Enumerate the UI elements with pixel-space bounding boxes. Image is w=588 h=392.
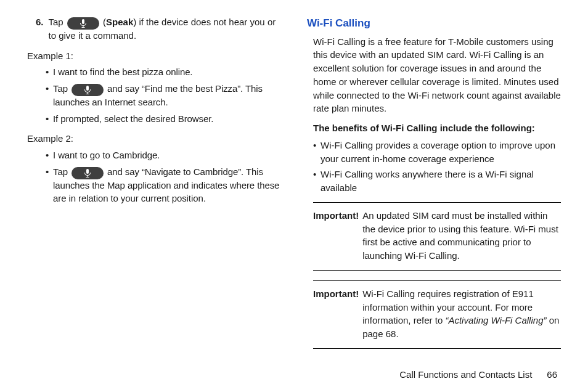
example2-list: I want to go to Cambridge. Tap and say “… bbox=[46, 149, 281, 205]
list-item: Wi-Fi Calling works anywhere there is a … bbox=[313, 168, 561, 195]
step-bold: Speak bbox=[106, 17, 133, 27]
step-number: 6. bbox=[36, 16, 44, 43]
example1-label: Example 1: bbox=[27, 50, 281, 63]
note2-ref: “Activating Wi-Fi Calling” bbox=[445, 315, 546, 325]
right-column: Wi-Fi Calling Wi-Fi Calling is a free fe… bbox=[307, 16, 561, 364]
benefits-title: The benefits of Wi-Fi Calling include th… bbox=[313, 121, 561, 135]
list-item: I want to go to Cambridge. bbox=[46, 149, 281, 162]
note-body: Wi-Fi Calling requires registration of E… bbox=[362, 287, 561, 341]
step-text: Tap (Speak) if the device does not hear … bbox=[49, 16, 281, 43]
list-item: Wi-Fi Calling provides a coverage option… bbox=[313, 139, 561, 166]
list-item: If prompted, select the desired Browser. bbox=[46, 113, 281, 126]
step-6: 6. Tap (Speak) if the device does not he… bbox=[36, 16, 281, 43]
benefits-list: Wi-Fi Calling provides a coverage option… bbox=[313, 139, 561, 195]
page-number: 66 bbox=[547, 369, 557, 380]
speak-icon bbox=[71, 167, 104, 179]
example1-list: I want to find the best pizza online. Ta… bbox=[46, 66, 281, 125]
ex2-b2a: Tap bbox=[53, 166, 70, 177]
list-item: Tap and say “Navigate to Cambridge”. Thi… bbox=[46, 166, 281, 205]
list-item: I want to find the best pizza online. bbox=[46, 66, 281, 79]
note-label: Important! bbox=[313, 209, 359, 263]
important-note-1: Important! An updated SIM card must be i… bbox=[313, 202, 561, 271]
speak-icon bbox=[67, 17, 99, 30]
intro-paragraph: Wi-Fi Calling is a free feature for T-Mo… bbox=[313, 35, 561, 116]
footer-text: Call Functions and Contacts List bbox=[399, 369, 532, 380]
speak-icon bbox=[71, 84, 104, 96]
step-text-b: ( bbox=[100, 17, 106, 27]
note-body: An updated SIM card must be installed wi… bbox=[362, 209, 561, 263]
important-note-2: Important! Wi-Fi Calling requires regist… bbox=[313, 280, 561, 349]
section-heading: Wi-Fi Calling bbox=[307, 16, 561, 31]
example2-label: Example 2: bbox=[27, 133, 281, 145]
step-text-a: Tap bbox=[49, 17, 66, 27]
left-column: 6. Tap (Speak) if the device does not he… bbox=[27, 16, 281, 364]
ex1-b2a: Tap bbox=[53, 83, 70, 94]
page-footer: Call Functions and Contacts List 66 bbox=[27, 369, 561, 380]
list-item: Tap and say “Find me the best Pizza”. Th… bbox=[46, 83, 281, 109]
note-label: Important! bbox=[313, 287, 359, 341]
